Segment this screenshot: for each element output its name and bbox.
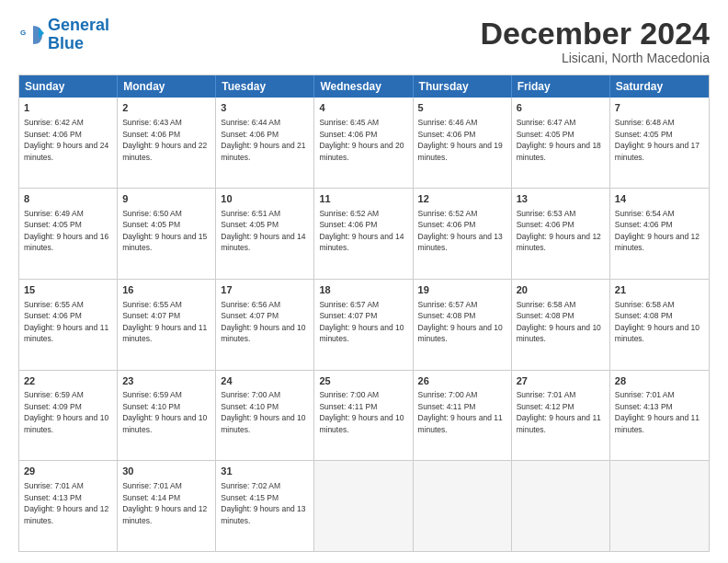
day-info: Sunrise: 6:43 AMSunset: 4:06 PMDaylight:…	[122, 118, 207, 161]
day-cell: 17Sunrise: 6:56 AMSunset: 4:07 PMDayligh…	[216, 280, 314, 370]
day-number: 20	[517, 283, 605, 297]
week-row-2: 8Sunrise: 6:49 AMSunset: 4:05 PMDaylight…	[19, 189, 709, 280]
day-number: 10	[221, 192, 309, 206]
day-info: Sunrise: 6:57 AMSunset: 4:08 PMDaylight:…	[418, 300, 503, 343]
day-cell: 16Sunrise: 6:55 AMSunset: 4:07 PMDayligh…	[118, 280, 216, 370]
day-info: Sunrise: 6:45 AMSunset: 4:06 PMDaylight:…	[319, 118, 404, 161]
day-info: Sunrise: 6:52 AMSunset: 4:06 PMDaylight:…	[319, 209, 404, 252]
day-number: 1	[24, 101, 112, 115]
day-info: Sunrise: 6:46 AMSunset: 4:06 PMDaylight:…	[418, 118, 503, 161]
day-info: Sunrise: 7:00 AMSunset: 4:10 PMDaylight:…	[221, 390, 305, 433]
day-cell: 19Sunrise: 6:57 AMSunset: 4:08 PMDayligh…	[414, 280, 512, 370]
day-number: 7	[615, 101, 704, 115]
day-cell: 25Sunrise: 7:00 AMSunset: 4:11 PMDayligh…	[314, 371, 413, 461]
header: G GeneralBlue December 2024 Lisicani, No…	[18, 17, 710, 65]
day-info: Sunrise: 6:55 AMSunset: 4:07 PMDaylight:…	[122, 300, 207, 343]
day-number: 31	[221, 465, 309, 478]
day-number: 9	[122, 192, 210, 206]
day-number: 22	[24, 374, 112, 388]
day-cell: 11Sunrise: 6:52 AMSunset: 4:06 PMDayligh…	[314, 189, 413, 279]
day-cell: 24Sunrise: 7:00 AMSunset: 4:10 PMDayligh…	[216, 371, 314, 461]
day-info: Sunrise: 7:00 AMSunset: 4:11 PMDaylight:…	[418, 390, 503, 433]
day-info: Sunrise: 6:58 AMSunset: 4:08 PMDaylight:…	[615, 300, 700, 343]
day-number: 26	[418, 374, 506, 388]
logo-icon: G	[18, 22, 44, 48]
day-info: Sunrise: 7:01 AMSunset: 4:14 PMDaylight:…	[122, 481, 207, 524]
day-cell: 5Sunrise: 6:46 AMSunset: 4:06 PMDaylight…	[414, 98, 512, 188]
header-thursday: Thursday	[414, 75, 512, 98]
day-cell: 18Sunrise: 6:57 AMSunset: 4:07 PMDayligh…	[314, 280, 413, 370]
day-cell: 26Sunrise: 7:00 AMSunset: 4:11 PMDayligh…	[414, 371, 512, 461]
day-cell: 31Sunrise: 7:02 AMSunset: 4:15 PMDayligh…	[216, 461, 314, 551]
day-cell: 29Sunrise: 7:01 AMSunset: 4:13 PMDayligh…	[19, 461, 118, 551]
day-cell: 20Sunrise: 6:58 AMSunset: 4:08 PMDayligh…	[512, 280, 610, 370]
day-info: Sunrise: 6:44 AMSunset: 4:06 PMDaylight:…	[221, 118, 305, 161]
day-info: Sunrise: 6:50 AMSunset: 4:05 PMDaylight:…	[122, 209, 207, 252]
day-number: 6	[517, 101, 605, 115]
day-number: 27	[517, 374, 605, 388]
day-info: Sunrise: 6:58 AMSunset: 4:08 PMDaylight:…	[517, 300, 601, 343]
week-row-5: 29Sunrise: 7:01 AMSunset: 4:13 PMDayligh…	[19, 461, 709, 551]
day-cell: 9Sunrise: 6:50 AMSunset: 4:05 PMDaylight…	[118, 189, 216, 279]
day-info: Sunrise: 6:53 AMSunset: 4:06 PMDaylight:…	[517, 209, 601, 252]
calendar-header: Sunday Monday Tuesday Wednesday Thursday…	[19, 75, 709, 98]
day-info: Sunrise: 7:01 AMSunset: 4:13 PMDaylight:…	[24, 481, 108, 524]
day-info: Sunrise: 6:59 AMSunset: 4:09 PMDaylight:…	[24, 390, 108, 433]
day-info: Sunrise: 6:47 AMSunset: 4:05 PMDaylight:…	[517, 118, 601, 161]
day-cell: 12Sunrise: 6:52 AMSunset: 4:06 PMDayligh…	[414, 189, 512, 279]
day-cell: 1Sunrise: 6:42 AMSunset: 4:06 PMDaylight…	[19, 98, 118, 188]
day-cell: 7Sunrise: 6:48 AMSunset: 4:05 PMDaylight…	[610, 98, 709, 188]
day-cell: 30Sunrise: 7:01 AMSunset: 4:14 PMDayligh…	[118, 461, 216, 551]
day-cell	[512, 461, 610, 551]
day-info: Sunrise: 7:00 AMSunset: 4:11 PMDaylight:…	[319, 390, 404, 433]
day-cell: 23Sunrise: 6:59 AMSunset: 4:10 PMDayligh…	[118, 371, 216, 461]
header-monday: Monday	[118, 75, 216, 98]
header-friday: Friday	[512, 75, 610, 98]
day-number: 13	[517, 192, 605, 206]
day-cell: 21Sunrise: 6:58 AMSunset: 4:08 PMDayligh…	[610, 280, 709, 370]
week-row-4: 22Sunrise: 6:59 AMSunset: 4:09 PMDayligh…	[19, 371, 709, 462]
subtitle: Lisicani, North Macedonia	[480, 51, 710, 65]
day-number: 19	[418, 283, 506, 297]
day-number: 21	[615, 283, 704, 297]
day-cell: 15Sunrise: 6:55 AMSunset: 4:06 PMDayligh…	[19, 280, 118, 370]
day-number: 14	[615, 192, 704, 206]
day-number: 4	[319, 101, 407, 115]
calendar: Sunday Monday Tuesday Wednesday Thursday…	[18, 75, 710, 552]
day-number: 3	[221, 101, 309, 115]
day-cell: 14Sunrise: 6:54 AMSunset: 4:06 PMDayligh…	[610, 189, 709, 279]
day-cell: 8Sunrise: 6:49 AMSunset: 4:05 PMDaylight…	[19, 189, 118, 279]
day-info: Sunrise: 7:01 AMSunset: 4:13 PMDaylight:…	[615, 390, 700, 433]
header-sunday: Sunday	[19, 75, 118, 98]
day-cell: 27Sunrise: 7:01 AMSunset: 4:12 PMDayligh…	[512, 371, 610, 461]
day-cell: 2Sunrise: 6:43 AMSunset: 4:06 PMDaylight…	[118, 98, 216, 188]
logo: G GeneralBlue	[18, 17, 109, 53]
day-cell: 22Sunrise: 6:59 AMSunset: 4:09 PMDayligh…	[19, 371, 118, 461]
day-cell: 6Sunrise: 6:47 AMSunset: 4:05 PMDaylight…	[512, 98, 610, 188]
calendar-body: 1Sunrise: 6:42 AMSunset: 4:06 PMDaylight…	[19, 98, 709, 551]
day-cell: 3Sunrise: 6:44 AMSunset: 4:06 PMDaylight…	[216, 98, 314, 188]
day-info: Sunrise: 6:55 AMSunset: 4:06 PMDaylight:…	[24, 300, 108, 343]
day-cell: 13Sunrise: 6:53 AMSunset: 4:06 PMDayligh…	[512, 189, 610, 279]
day-number: 17	[221, 283, 309, 297]
day-info: Sunrise: 6:52 AMSunset: 4:06 PMDaylight:…	[418, 209, 503, 252]
page: G GeneralBlue December 2024 Lisicani, No…	[0, 0, 728, 563]
day-cell	[610, 461, 709, 551]
day-number: 11	[319, 192, 407, 206]
day-number: 8	[24, 192, 112, 206]
logo-text: GeneralBlue	[48, 17, 109, 53]
day-number: 15	[24, 283, 112, 297]
day-info: Sunrise: 6:42 AMSunset: 4:06 PMDaylight:…	[24, 118, 108, 161]
day-cell	[414, 461, 512, 551]
day-info: Sunrise: 6:54 AMSunset: 4:06 PMDaylight:…	[615, 209, 700, 252]
week-row-3: 15Sunrise: 6:55 AMSunset: 4:06 PMDayligh…	[19, 280, 709, 371]
week-row-1: 1Sunrise: 6:42 AMSunset: 4:06 PMDaylight…	[19, 98, 709, 189]
day-info: Sunrise: 6:56 AMSunset: 4:07 PMDaylight:…	[221, 300, 305, 343]
day-cell: 4Sunrise: 6:45 AMSunset: 4:06 PMDaylight…	[314, 98, 413, 188]
day-number: 29	[24, 465, 112, 478]
day-info: Sunrise: 6:57 AMSunset: 4:07 PMDaylight:…	[319, 300, 404, 343]
day-number: 25	[319, 374, 407, 388]
day-cell: 10Sunrise: 6:51 AMSunset: 4:05 PMDayligh…	[216, 189, 314, 279]
day-info: Sunrise: 6:49 AMSunset: 4:05 PMDaylight:…	[24, 209, 108, 252]
day-number: 28	[615, 374, 704, 388]
